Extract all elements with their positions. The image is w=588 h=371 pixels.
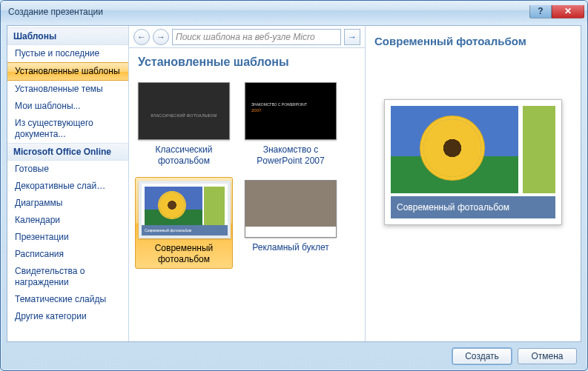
sidebar-item-from-existing[interactable]: Из существующего документа... bbox=[7, 115, 128, 143]
search-go-button[interactable]: → bbox=[344, 29, 360, 45]
sidebar-item-blank[interactable]: Пустые и последние bbox=[7, 45, 128, 62]
thumb-caption: Современный фотоальбом bbox=[142, 225, 228, 235]
gallery-navbar: ← → Поиск шаблона на веб-узле Micro → bbox=[129, 26, 365, 48]
sidebar-item-more-categories[interactable]: Другие категории bbox=[7, 308, 128, 325]
sidebar-item-design-slides[interactable]: Декоративные слай… bbox=[7, 178, 128, 195]
sidebar-item-diagrams[interactable]: Диаграммы bbox=[7, 195, 128, 212]
close-icon: ✕ bbox=[564, 6, 572, 16]
sunflower-image bbox=[145, 187, 202, 225]
titlebar: Создание презентации ? ✕ bbox=[1, 1, 587, 22]
arrow-left-icon: ← bbox=[137, 32, 146, 42]
sidebar-item-my-templates[interactable]: Мои шаблоны... bbox=[7, 98, 128, 115]
sidebar-item-installed-templates[interactable]: Установленные шаблоны bbox=[7, 62, 128, 81]
help-icon: ? bbox=[538, 6, 543, 16]
green-side-column bbox=[204, 187, 225, 225]
template-thumb bbox=[245, 180, 337, 238]
sidebar-item-featured[interactable]: Готовые bbox=[7, 161, 128, 178]
sidebar: Шаблоны Пустые и последние Установленные… bbox=[7, 26, 129, 341]
template-intro-powerpoint-2007[interactable]: Знакомство с PowerPoint 2007 bbox=[242, 79, 340, 170]
gallery-column: ← → Поиск шаблона на веб-узле Micro → Ус… bbox=[129, 26, 366, 341]
sidebar-item-installed-themes[interactable]: Установленные темы bbox=[7, 81, 128, 98]
nav-forward-button[interactable]: → bbox=[153, 29, 169, 45]
template-ad-booklet[interactable]: Рекламный буклет bbox=[242, 177, 340, 269]
dialog-window: Создание презентации ? ✕ Шаблоны Пустые … bbox=[0, 0, 588, 371]
preview-green-side bbox=[523, 106, 555, 193]
template-thumb bbox=[138, 82, 230, 140]
template-label: Классический фотоальбом bbox=[138, 144, 230, 167]
gallery-grid: Классический фотоальбом Знакомство с Pow… bbox=[135, 79, 360, 269]
sidebar-item-calendars[interactable]: Календари bbox=[7, 212, 128, 229]
preview-title: Современный фотоальбом bbox=[374, 35, 572, 47]
gallery-heading: Установленные шаблоны bbox=[129, 48, 365, 75]
arrow-right-icon: → bbox=[156, 32, 165, 42]
close-button[interactable]: ✕ bbox=[552, 5, 584, 19]
template-label: Рекламный буклет bbox=[245, 242, 337, 253]
preview-pane: Современный фотоальбом Современный фотоа… bbox=[366, 26, 581, 341]
template-label: Современный фотоальбом bbox=[139, 243, 229, 265]
template-label: Знакомство с PowerPoint 2007 bbox=[245, 144, 337, 167]
titlebar-buttons: ? ✕ bbox=[529, 5, 584, 19]
content-area: Шаблоны Пустые и последние Установленные… bbox=[7, 25, 581, 342]
search-placeholder: Поиск шаблона на веб-узле Micro bbox=[176, 32, 315, 42]
create-button[interactable]: Создать bbox=[452, 348, 512, 364]
template-classic-photo-album[interactable]: Классический фотоальбом bbox=[135, 79, 233, 170]
search-input[interactable]: Поиск шаблона на веб-узле Micro bbox=[172, 29, 341, 45]
sidebar-heading-templates: Шаблоны bbox=[7, 27, 128, 45]
preview-sunflower-image bbox=[391, 106, 518, 193]
sidebar-item-schedules[interactable]: Расписания bbox=[7, 246, 128, 263]
sidebar-item-presentations[interactable]: Презентации bbox=[7, 229, 128, 246]
help-button[interactable]: ? bbox=[529, 5, 552, 19]
preview-caption: Современный фотоальбом bbox=[391, 196, 555, 218]
template-thumb: Современный фотоальбом bbox=[139, 181, 231, 238]
template-modern-photo-album[interactable]: Современный фотоальбом Современный фотоа… bbox=[135, 177, 233, 269]
arrow-go-icon: → bbox=[348, 32, 357, 42]
cancel-button[interactable]: Отмена bbox=[518, 348, 577, 364]
window-title: Создание презентации bbox=[8, 7, 529, 17]
template-thumb bbox=[245, 82, 337, 140]
sidebar-heading-online: Microsoft Office Online bbox=[7, 143, 128, 161]
gallery-body[interactable]: Классический фотоальбом Знакомство с Pow… bbox=[129, 75, 365, 341]
sidebar-item-content-slides[interactable]: Тематические слайды bbox=[7, 291, 128, 308]
sidebar-item-award-certificates[interactable]: Свидетельства о награждении bbox=[7, 263, 128, 291]
dialog-footer: Создать Отмена bbox=[1, 345, 587, 370]
nav-back-button[interactable]: ← bbox=[133, 29, 150, 45]
preview-slide: Современный фотоальбом bbox=[384, 99, 562, 225]
